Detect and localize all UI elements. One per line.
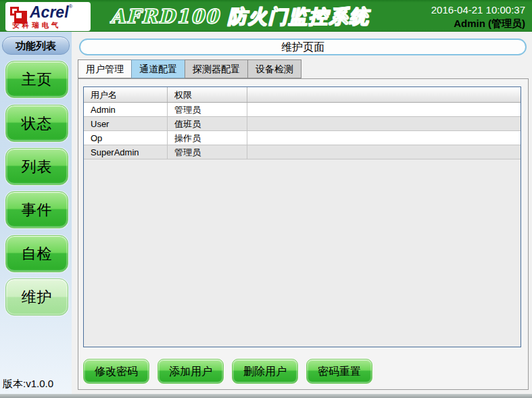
app-window: Acrel® 安科瑞电气 AFRD100 防火门监控系统 2016-04-21 … (0, 0, 532, 398)
table-row[interactable]: Admin 管理员 (84, 103, 521, 117)
registered-mark: ® (69, 3, 73, 9)
column-header-username: 用户名 (84, 87, 168, 102)
tab-user-management[interactable]: 用户管理 (78, 59, 132, 78)
column-header-role: 权限 (168, 87, 247, 102)
delete-user-button[interactable]: 删除用户 (232, 359, 298, 384)
tab-device-detection[interactable]: 设备检测 (247, 59, 301, 78)
cell-role: 操作员 (168, 131, 247, 145)
page-title: 维护页面 (79, 39, 527, 55)
datetime-display: 2016-04-21 10:00:37 (431, 4, 525, 16)
cell-username: User (84, 117, 168, 130)
main-area: 维护页面 用户管理 通道配置 探测器配置 设备检测 用户名 权限 Admin 管… (72, 32, 532, 394)
window-bottom-edge (0, 394, 532, 398)
header-bar: Acrel® 安科瑞电气 AFRD100 防火门监控系统 2016-04-21 … (0, 0, 532, 32)
sidebar-item-status[interactable]: 状态 (5, 105, 68, 142)
tab-channel-config[interactable]: 通道配置 (131, 59, 185, 78)
version-label: 版本:v1.0.0 (3, 378, 53, 391)
cell-username: Admin (84, 103, 168, 116)
tab-bar: 用户管理 通道配置 探测器配置 设备检测 (78, 59, 301, 78)
sidebar-item-home[interactable]: 主页 (5, 61, 68, 98)
add-user-button[interactable]: 添加用户 (158, 359, 224, 384)
sidebar-item-selfcheck[interactable]: 自检 (5, 235, 68, 272)
sidebar-item-events[interactable]: 事件 (5, 191, 68, 228)
cell-username: Op (84, 131, 168, 145)
acrel-logo: Acrel® 安科瑞电气 (5, 2, 91, 31)
logged-in-user: Admin (管理员) (454, 18, 525, 30)
cell-username: SuperAdmin (84, 145, 168, 159)
table-row[interactable]: User 值班员 (84, 117, 521, 131)
cell-role: 值班员 (168, 117, 247, 130)
sidebar-item-list[interactable]: 列表 (5, 148, 68, 185)
table-row[interactable]: Op 操作员 (84, 131, 521, 145)
table-row[interactable]: SuperAdmin 管理员 (84, 145, 521, 159)
change-password-button[interactable]: 修改密码 (83, 359, 149, 384)
sidebar-header-function-list[interactable]: 功能列表 (2, 36, 70, 55)
reset-password-button[interactable]: 密码重置 (306, 359, 372, 384)
sidebar: 功能列表 主页 状态 列表 事件 自检 维护 版本:v1.0.0 (0, 32, 72, 394)
tab-content-panel: 用户名 权限 Admin 管理员 User 值班员 Op 操作员 (78, 78, 529, 390)
cell-role: 管理员 (168, 145, 247, 159)
table-header-row: 用户名 权限 (84, 87, 521, 103)
column-header-empty (247, 87, 521, 102)
app-title: AFRD100 防火门监控系统 (91, 0, 389, 32)
brand-subtitle: 安科瑞电气 (12, 21, 88, 30)
sidebar-item-maintenance[interactable]: 维护 (5, 278, 68, 316)
brand-name: Acrel® (30, 3, 72, 21)
user-table: 用户名 权限 Admin 管理员 User 值班员 Op 操作员 (83, 86, 521, 347)
cell-role: 管理员 (168, 103, 247, 116)
tab-detector-config[interactable]: 探测器配置 (185, 59, 248, 78)
